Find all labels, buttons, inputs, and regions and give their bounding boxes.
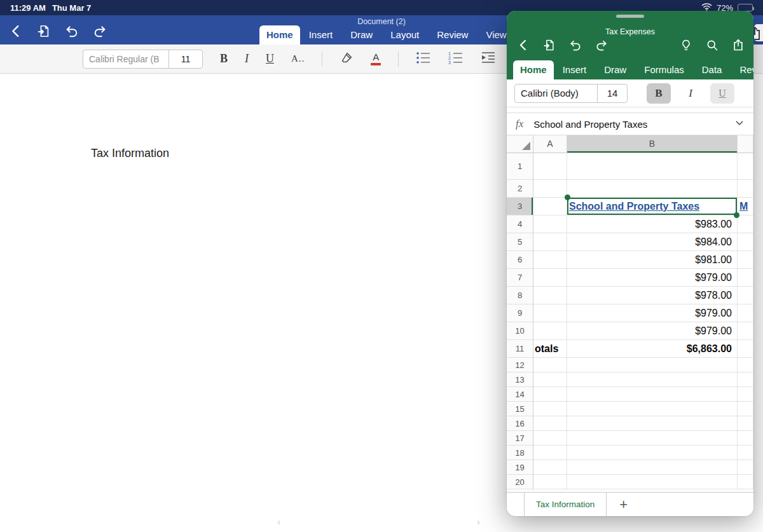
cell-C6-partial[interactable] (738, 251, 753, 269)
excel-bold-button[interactable]: B (647, 83, 671, 104)
cell-A10[interactable] (533, 322, 567, 340)
cell-A7[interactable] (533, 269, 567, 287)
cell-A5[interactable] (533, 233, 567, 251)
formula-bar[interactable]: fx School and Property Taxes (507, 113, 753, 135)
cell-A1[interactable] (533, 153, 567, 180)
cell-A18[interactable] (533, 446, 567, 460)
cell-A8[interactable] (533, 287, 567, 304)
column-header-partial[interactable] (738, 135, 753, 153)
cell-A19[interactable] (533, 460, 567, 475)
cell-B16[interactable] (567, 416, 738, 431)
spreadsheet-grid[interactable]: A B 123School and Property TaxesM4$983.0… (507, 135, 753, 492)
row-header-11[interactable]: 11 (507, 340, 533, 358)
excel-export-icon[interactable] (543, 39, 556, 54)
row-header-20[interactable]: 20 (507, 475, 533, 489)
cell-B14[interactable] (567, 387, 738, 402)
word-underline-button[interactable]: U (266, 52, 274, 65)
cell-B10[interactable]: $979.00 (567, 322, 738, 340)
formula-bar-value[interactable]: School and Property Taxes (533, 119, 734, 130)
add-sheet-button[interactable]: + (607, 493, 640, 516)
cell-B5[interactable]: $984.00 (567, 233, 738, 251)
row-header-13[interactable]: 13 (507, 372, 533, 387)
word-share-icon-partial[interactable] (754, 24, 763, 41)
word-redo-button[interactable] (93, 24, 107, 41)
excel-tab-home[interactable]: Home (513, 60, 554, 79)
cell-C5-partial[interactable] (738, 233, 753, 251)
cell-A20[interactable] (533, 475, 567, 489)
word-undo-button[interactable] (65, 24, 79, 41)
cell-C3-partial[interactable]: M (738, 198, 753, 215)
share-icon[interactable] (732, 39, 745, 54)
row-header-15[interactable]: 15 (507, 402, 533, 416)
cell-C13-partial[interactable] (738, 372, 753, 387)
row-header-6[interactable]: 6 (507, 251, 533, 269)
cell-B4[interactable]: $983.00 (567, 215, 738, 233)
word-bullet-list-button[interactable] (416, 51, 431, 67)
row-header-10[interactable]: 10 (507, 322, 533, 340)
excel-undo-button[interactable] (569, 39, 582, 54)
word-back-button[interactable] (9, 24, 23, 41)
cell-A4[interactable] (533, 215, 567, 233)
column-header-a[interactable]: A (533, 135, 567, 153)
cell-B9[interactable]: $979.00 (567, 304, 738, 322)
row-header-8[interactable]: 8 (507, 287, 533, 304)
row-header-4[interactable]: 4 (507, 215, 533, 233)
row-header-19[interactable]: 19 (507, 460, 533, 475)
sheet-tab-tax-information[interactable]: Tax Information (524, 493, 607, 516)
selection-handle-bottom-right[interactable] (734, 212, 739, 218)
cell-C2-partial[interactable] (738, 180, 753, 198)
word-font-size-dropdown[interactable]: 11 (169, 50, 202, 68)
row-header-12[interactable]: 12 (507, 358, 533, 372)
selection-handle-top-left[interactable] (565, 194, 570, 200)
cell-A14[interactable] (533, 387, 567, 402)
word-tab-layout[interactable]: Layout (382, 25, 428, 44)
cell-A9[interactable] (533, 304, 567, 322)
excel-font-size-dropdown[interactable]: 14 (598, 85, 627, 102)
cell-C18-partial[interactable] (738, 446, 753, 460)
word-font-name-dropdown[interactable]: Calibri Regular (B (83, 50, 169, 68)
excel-tab-insert[interactable]: Insert (554, 60, 596, 79)
excel-underline-button[interactable]: U (710, 83, 734, 104)
word-bold-button[interactable]: B (220, 52, 228, 65)
excel-tab-draw[interactable]: Draw (595, 60, 635, 79)
excel-redo-button[interactable] (595, 39, 608, 54)
word-tab-draw[interactable]: Draw (341, 25, 382, 44)
row-header-3[interactable]: 3 (507, 198, 533, 215)
word-text-effects-button[interactable]: A.. (291, 53, 305, 64)
cell-B13[interactable] (567, 372, 738, 387)
cell-C16-partial[interactable] (738, 416, 753, 431)
cell-C10-partial[interactable] (738, 322, 753, 340)
cell-C19-partial[interactable] (738, 460, 753, 475)
cell-A12[interactable] (533, 358, 567, 372)
word-export-icon[interactable] (37, 24, 51, 41)
row-header-9[interactable]: 9 (507, 304, 533, 322)
word-italic-button[interactable]: I (245, 52, 249, 65)
row-header-17[interactable]: 17 (507, 431, 533, 446)
column-header-b[interactable]: B (567, 135, 738, 153)
cell-A16[interactable] (533, 416, 567, 431)
cell-B20[interactable] (567, 475, 738, 489)
word-font-color-button[interactable]: A (371, 52, 381, 65)
search-icon[interactable] (706, 39, 718, 54)
cell-B1[interactable] (567, 153, 738, 180)
formula-bar-expand-chevron-icon[interactable] (734, 118, 745, 130)
cell-C17-partial[interactable] (738, 431, 753, 446)
select-all-cell[interactable] (507, 135, 533, 153)
cell-C15-partial[interactable] (738, 402, 753, 416)
word-numbered-list-button[interactable]: 123 (448, 51, 464, 67)
excel-tab-review[interactable]: Review (731, 60, 753, 79)
cell-B2[interactable] (567, 180, 738, 198)
row-header-5[interactable]: 5 (507, 233, 533, 251)
cell-A11[interactable]: otals (533, 340, 567, 358)
cell-B12[interactable] (567, 358, 738, 372)
cell-C1-partial[interactable] (738, 153, 753, 180)
cell-C8-partial[interactable] (738, 287, 753, 304)
cell-C4-partial[interactable] (738, 215, 753, 233)
cell-B6[interactable]: $981.00 (567, 251, 738, 269)
cell-A13[interactable] (533, 372, 567, 387)
row-header-7[interactable]: 7 (507, 269, 533, 287)
cell-C11-partial[interactable] (738, 340, 753, 358)
cell-B7[interactable]: $979.00 (567, 269, 738, 287)
lightbulb-icon[interactable] (680, 39, 692, 54)
row-header-14[interactable]: 14 (507, 387, 533, 402)
